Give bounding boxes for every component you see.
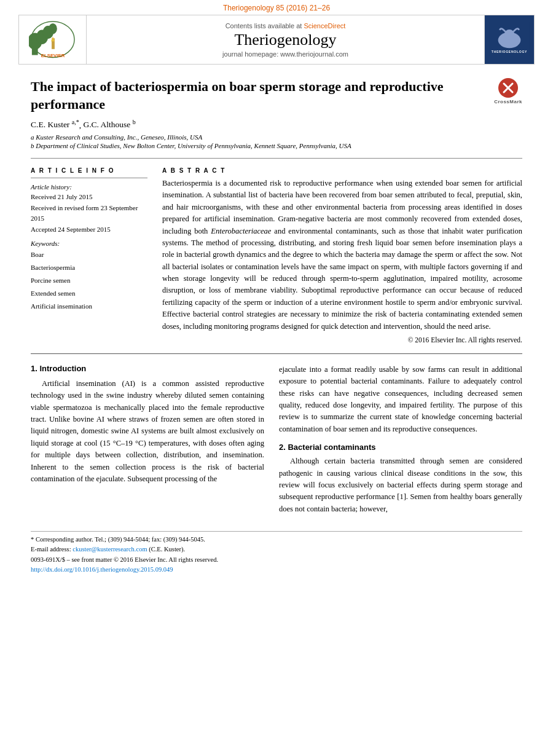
elsevier-logo: ELSEVIER: [29, 20, 77, 59]
crossmark-badge[interactable]: CrossMark: [494, 78, 522, 105]
svg-text:ELSEVIER: ELSEVIER: [41, 53, 65, 58]
keyword-5: Artificial insemination: [31, 300, 147, 313]
intro-text: Artificial insemination (AI) is a common…: [31, 378, 264, 485]
doi-note: http://dx.doi.org/10.1016/j.theriogenolo…: [31, 565, 522, 575]
history-label: Article history:: [31, 183, 147, 191]
svg-text:THERIOGENOLOGY: THERIOGENOLOGY: [492, 50, 527, 53]
abstract-text: Bacteriospermia is a documented risk to …: [162, 178, 522, 333]
affiliation-b: b Department of Clinical Studies, New Bo…: [31, 142, 522, 149]
article-history: Article history: Received 21 July 2015 R…: [31, 183, 147, 235]
journal-title-area: Contents lists available at ScienceDirec…: [87, 15, 485, 64]
article-info-divider: [31, 178, 147, 178]
keyword-3: Porcine semen: [31, 274, 147, 287]
body-content: 1. Introduction Artificial insemination …: [31, 364, 522, 520]
body-right-col: ejaculate into a format readily usable b…: [279, 364, 522, 520]
intro-para-1: Artificial insemination (AI) is a common…: [31, 378, 264, 485]
body-left-col: 1. Introduction Artificial insemination …: [31, 364, 264, 520]
bacterial-para-1: Although certain bacteria transmitted th…: [279, 455, 522, 515]
author-althouse: G.C. Althouse b: [83, 120, 135, 129]
journal-issue-link[interactable]: Theriogenology 85 (2016) 21–26: [0, 0, 553, 15]
journal-homepage: journal homepage: www.theriojournal.com: [222, 50, 348, 58]
corresponding-note: * Corresponding author. Tel.; (309) 944-…: [31, 535, 522, 545]
keyword-4: Extended semen: [31, 287, 147, 300]
keywords-label: Keywords:: [31, 240, 147, 247]
publisher-logo-area: ELSEVIER: [19, 15, 87, 64]
keyword-2: Bacteriospermia: [31, 261, 147, 274]
title-divider: [31, 158, 522, 159]
article-title-row: The impact of bacteriospermia on boar sp…: [31, 78, 522, 113]
bacterial-text: Although certain bacteria transmitted th…: [279, 455, 522, 515]
bacterial-heading: 2. Bacterial contaminants: [279, 443, 522, 452]
article-title: The impact of bacteriospermia on boar sp…: [31, 78, 485, 113]
footer-notes: * Corresponding author. Tel.; (309) 944-…: [31, 531, 522, 575]
main-content: The impact of bacteriospermia on boar sp…: [0, 78, 553, 575]
email-note: E-mail address: ckuster@kusterresearch.c…: [31, 545, 522, 554]
abstract-label: A B S T R A C T: [162, 167, 522, 174]
keyword-1: Boar: [31, 248, 147, 261]
copyright-line: © 2016 Elsevier Inc. All rights reserved…: [162, 336, 522, 344]
intro-para-2: ejaculate into a format readily usable b…: [279, 364, 522, 435]
journal-title: Theriogenology: [234, 31, 336, 49]
keywords-block: Keywords: Boar Bacteriospermia Porcine s…: [31, 240, 147, 312]
intro-right-text: ejaculate into a format readily usable b…: [279, 364, 522, 435]
svg-point-4: [49, 23, 57, 34]
abstract-col: A B S T R A C T Bacteriospermia is a doc…: [162, 167, 522, 344]
article-info-abstract-row: A R T I C L E I N F O Article history: R…: [31, 167, 522, 344]
keywords-list: Boar Bacteriospermia Porcine semen Exten…: [31, 248, 147, 312]
journal-logo-area: THERIOGENOLOGY: [485, 15, 534, 64]
sciencedirect-line: Contents lists available at ScienceDirec…: [226, 22, 346, 30]
journal-header: ELSEVIER Contents lists available at Sci…: [18, 15, 535, 65]
author-kuster: C.E. Kuster a,*: [31, 120, 79, 129]
journal-logo-image: THERIOGENOLOGY: [488, 22, 531, 57]
doi-link[interactable]: http://dx.doi.org/10.1016/j.theriogenolo…: [31, 566, 173, 573]
body-top-divider: [31, 353, 522, 354]
email-link[interactable]: ckuster@kusterresearch.com: [73, 546, 147, 553]
issn-note: 0093-691X/$ – see front matter © 2016 El…: [31, 555, 522, 565]
affiliation-a: a Kuster Research and Consulting, Inc., …: [31, 133, 522, 141]
authors-line: C.E. Kuster a,*, G.C. Althouse b: [31, 119, 522, 130]
enterobacteriaceae-italic: Enterobacteriaceae: [211, 227, 271, 235]
crossmark-label: CrossMark: [494, 99, 522, 105]
date-received: Received 21 July 2015 Received in revise…: [31, 192, 147, 235]
crossmark-circle: [498, 78, 518, 98]
article-info-col: A R T I C L E I N F O Article history: R…: [31, 167, 147, 344]
intro-heading: 1. Introduction: [31, 364, 264, 373]
sciencedirect-link[interactable]: ScienceDirect: [304, 22, 345, 30]
article-info-label: A R T I C L E I N F O: [31, 167, 147, 174]
journal-issue-text: Theriogenology 85 (2016) 21–26: [223, 4, 330, 12]
